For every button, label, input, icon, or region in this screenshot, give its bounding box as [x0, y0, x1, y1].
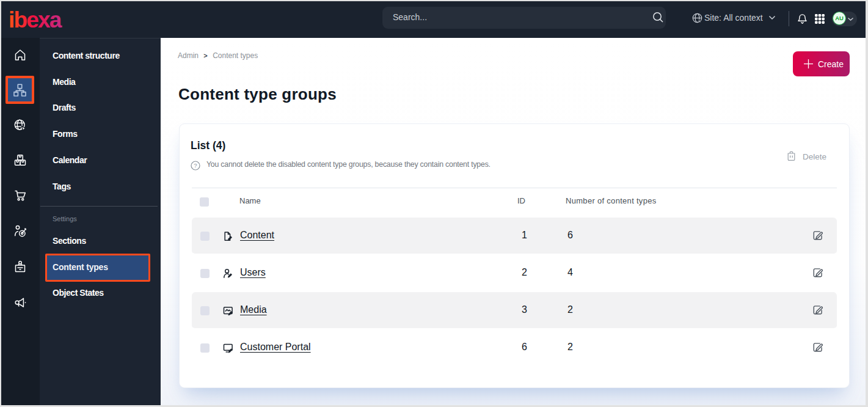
svg-text:ibexa: ibexa [9, 7, 62, 30]
svg-text:?: ? [194, 162, 197, 169]
